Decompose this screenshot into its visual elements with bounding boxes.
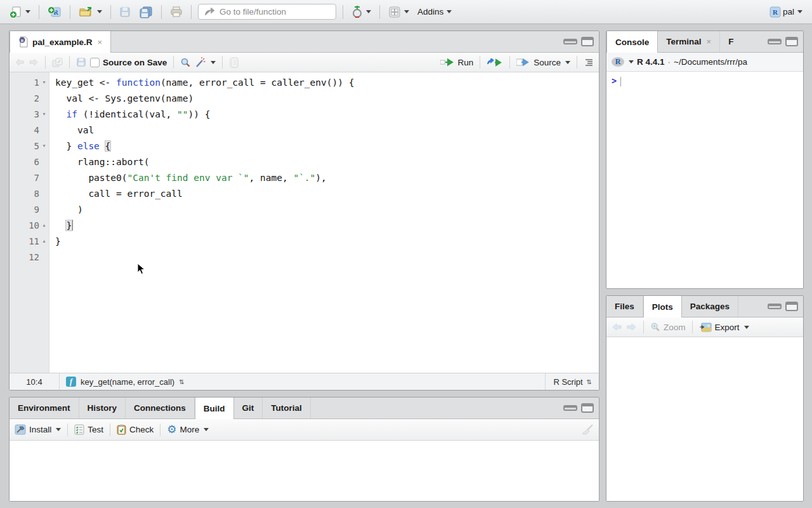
- plot-forward-icon[interactable]: [626, 323, 637, 331]
- source-button[interactable]: Source: [516, 58, 570, 67]
- toolbar-separator: [692, 321, 693, 333]
- function-scope-label: key_get(name, error_call): [81, 377, 174, 387]
- console-output[interactable]: >: [606, 72, 803, 90]
- tab-background-jobs-truncated[interactable]: F: [720, 31, 736, 52]
- svg-text:R: R: [773, 8, 778, 16]
- terminal-close-icon[interactable]: ×: [707, 37, 712, 46]
- tab-tutorial[interactable]: Tutorial: [263, 398, 311, 418]
- maximize-pane-icon[interactable]: [785, 302, 798, 311]
- tab-connections[interactable]: Connections: [126, 398, 195, 418]
- project-menu-button[interactable]: R pal: [768, 5, 804, 19]
- save-document-icon[interactable]: [76, 57, 86, 67]
- compile-report-icon[interactable]: [229, 57, 239, 68]
- plot-back-icon[interactable]: [612, 323, 622, 331]
- build-toolbar: Install Test Check ⚙ More: [10, 419, 599, 441]
- plot-zoom-button[interactable]: Zoom: [650, 322, 686, 332]
- print-button[interactable]: [168, 5, 185, 19]
- tab-packages[interactable]: Packages: [682, 296, 738, 317]
- minimize-pane-icon[interactable]: [768, 39, 782, 44]
- new-project-button[interactable]: R: [46, 4, 63, 20]
- document-outline-icon[interactable]: [584, 58, 594, 67]
- save-all-button[interactable]: [137, 4, 155, 20]
- popout-window-icon[interactable]: [52, 58, 63, 67]
- find-replace-icon[interactable]: [180, 57, 191, 68]
- toolbar-separator: [45, 56, 46, 69]
- tab-plots[interactable]: Plots: [643, 296, 682, 318]
- code-tools-button[interactable]: [195, 57, 216, 68]
- maximize-pane-icon[interactable]: [581, 403, 594, 413]
- source-on-save-control[interactable]: Source on Save: [90, 58, 167, 67]
- nav-back-icon[interactable]: [15, 58, 25, 67]
- pane-layout-button[interactable]: [386, 4, 411, 20]
- r-version-caret-icon[interactable]: [629, 60, 634, 64]
- code-line[interactable]: 9 ): [10, 201, 599, 217]
- tab-git[interactable]: Git: [234, 398, 263, 418]
- clear-broom-icon[interactable]: [581, 424, 594, 436]
- function-scope-selector[interactable]: f key_get(name, error_call) ⇅: [60, 377, 190, 387]
- fold-up-icon[interactable]: ▴: [39, 233, 49, 249]
- tab-files[interactable]: Files: [606, 296, 643, 317]
- document-type-label: R Script: [553, 377, 582, 387]
- code-line[interactable]: 5▾ } else {: [10, 138, 599, 154]
- code-line[interactable]: 7 paste0("Can't find env var `", name, "…: [10, 170, 599, 185]
- fold-down-icon[interactable]: ▾: [39, 106, 49, 122]
- code-line[interactable]: 12: [10, 249, 599, 265]
- source-on-save-checkbox[interactable]: [90, 58, 100, 67]
- more-button[interactable]: ⚙ More: [167, 424, 209, 435]
- minimize-pane-icon[interactable]: [768, 304, 782, 309]
- pane-layout-grid-icon: [388, 6, 401, 18]
- addins-button[interactable]: Addins: [416, 6, 454, 18]
- code-line[interactable]: 6 rlang::abort(: [10, 154, 599, 170]
- export-button[interactable]: Export: [699, 323, 749, 332]
- maximize-pane-icon[interactable]: [785, 37, 798, 46]
- check-button[interactable]: Check: [117, 424, 154, 435]
- run-icon: [440, 58, 454, 66]
- line-number: 4: [34, 125, 39, 135]
- cursor-position-label: 10:4: [10, 377, 59, 387]
- save-button[interactable]: [117, 5, 133, 19]
- fold-down-icon[interactable]: ▾: [39, 138, 49, 154]
- install-button[interactable]: Install: [15, 424, 61, 435]
- minimize-pane-icon[interactable]: [563, 39, 577, 44]
- document-type-selector[interactable]: R Script ⇅: [545, 373, 599, 390]
- new-file-button[interactable]: [8, 4, 32, 20]
- addins-caret-icon: [447, 10, 452, 13]
- tab-console[interactable]: Console: [606, 31, 658, 53]
- run-button[interactable]: Run: [440, 58, 473, 67]
- fold-up-icon[interactable]: ▴: [39, 217, 49, 233]
- maximize-pane-icon[interactable]: [581, 37, 594, 46]
- open-file-button[interactable]: [77, 4, 104, 20]
- code-line[interactable]: 4 val: [10, 122, 599, 138]
- tab-close-icon[interactable]: ×: [98, 37, 103, 47]
- export-caret-icon: [744, 326, 749, 329]
- tab-terminal[interactable]: Terminal ×: [658, 31, 720, 52]
- nav-forward-icon[interactable]: [29, 58, 39, 67]
- tab-build[interactable]: Build: [195, 398, 234, 419]
- code-line[interactable]: 11▴}: [10, 233, 599, 249]
- code-line[interactable]: 8 call = error_call: [10, 185, 599, 201]
- tab-environment[interactable]: Environment: [10, 398, 79, 418]
- code-editor-area[interactable]: 1▾key_get <- function(name, error_call =…: [10, 72, 599, 374]
- open-folder-icon: [79, 6, 94, 18]
- code-line[interactable]: 10▴ }: [10, 217, 599, 233]
- version-control-icon: [351, 6, 363, 18]
- editor-tab-pal-example[interactable]: R pal_example.R ×: [10, 31, 111, 53]
- tab-history[interactable]: History: [79, 398, 126, 418]
- working-directory-label[interactable]: ~/Documents/rrr/pa: [674, 57, 747, 67]
- console-cursor: [620, 77, 621, 86]
- version-control-button[interactable]: [350, 4, 373, 20]
- code-line[interactable]: 3▾ if (!identical(val, "")) {: [10, 106, 599, 122]
- more-label: More: [180, 425, 200, 434]
- files-plots-pane: Files Plots Packages Zoom: [606, 295, 804, 502]
- minimize-pane-icon[interactable]: [563, 405, 577, 411]
- toolbar-separator: [110, 424, 110, 436]
- goto-file-search[interactable]: Go to file/function: [198, 4, 336, 20]
- code-line[interactable]: 2 val <- Sys.getenv(name): [10, 90, 599, 106]
- code-line[interactable]: 1▾key_get <- function(name, error_call =…: [10, 74, 599, 90]
- fold-down-icon[interactable]: ▾: [39, 74, 49, 90]
- plots-content: [606, 337, 803, 501]
- line-number: 10: [29, 220, 39, 231]
- editor-tab-title: pal_example.R: [32, 37, 93, 47]
- rerun-icon[interactable]: [487, 58, 503, 67]
- test-button[interactable]: Test: [74, 424, 103, 435]
